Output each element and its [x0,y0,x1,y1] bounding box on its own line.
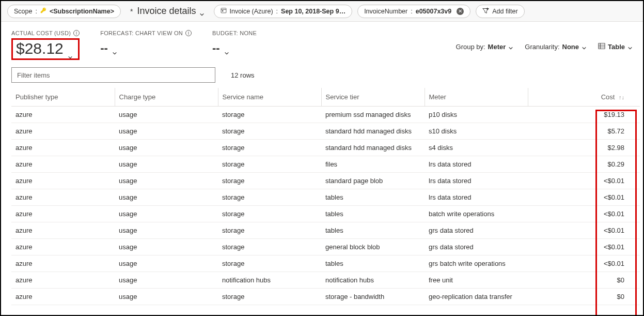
cell-charge: usage [115,123,218,140]
cell-service: storage [218,123,321,140]
cell-tier: standard hdd managed disks [321,140,425,156]
date-range-pill[interactable]: Invoice (Azure) : Sep 10, 2018-Sep 9… [214,5,353,18]
cell-service: storage [218,173,321,189]
col-service-tier[interactable]: Service tier [321,88,425,107]
actual-cost-label: ACTUAL COST (USD) i [11,30,80,36]
cell-meter: lrs data stored [425,189,528,206]
cell-tier: general block blob [321,239,425,255]
invoice-number-pill[interactable]: InvoiceNumber : e05007x3v9 ✕ [357,5,470,18]
budget-value[interactable]: -- [212,38,257,55]
view-name-dropdown[interactable]: * Invoice details [126,6,209,17]
cell-tier: standard page blob [321,173,425,189]
scope-pill[interactable]: Scope : <SubscriptionName> [7,5,121,18]
chevron-down-icon [199,9,205,14]
add-filter-icon [482,7,489,16]
cell-publisher: azure [11,123,115,140]
cell-tier: tables [321,189,425,206]
info-icon[interactable]: i [73,30,80,36]
cell-publisher: azure [11,140,115,156]
cell-tier: tables [321,222,425,239]
cell-cost: <$0.01 [528,189,640,206]
cell-service: storage [218,156,321,173]
col-meter[interactable]: Meter [425,88,528,107]
group-by-dropdown[interactable]: Group by: Meter [456,43,514,51]
cell-charge: usage [115,173,218,189]
date-range-pill-label: Invoice (Azure) [230,8,273,15]
table-row[interactable]: azureusagestoragefileslrs data stored$0.… [11,156,640,173]
cell-charge: usage [115,107,218,123]
invoice-number-pill-label: InvoiceNumber [364,8,407,15]
remove-filter-icon[interactable]: ✕ [457,8,464,15]
cell-publisher: azure [11,107,115,123]
cell-publisher: azure [11,156,115,173]
chevron-down-icon [508,44,513,50]
info-icon[interactable]: i [185,30,192,36]
chevron-down-icon [68,46,73,51]
table-row[interactable]: azureusagestoragetablesbatch write opera… [11,206,640,222]
table-row[interactable]: azureusagenotification hubsnotification … [11,272,640,289]
cell-charge: usage [115,206,218,222]
cell-publisher: azure [11,239,115,255]
forecast-label: FORECAST: CHART VIEW ON i [100,30,192,36]
add-filter-label: Add filter [492,8,517,15]
cell-charge: usage [115,239,218,255]
cell-charge: usage [115,289,218,305]
cell-cost: $5.72 [528,123,640,140]
table-row[interactable]: azureusagestoragetablesgrs data stored<$… [11,222,640,239]
forecast-value[interactable]: -- [100,38,192,55]
cell-meter: p10 disks [425,107,528,123]
granularity-dropdown[interactable]: Granularity: None [525,43,587,51]
col-cost[interactable]: Cost ↑↓ [528,88,640,107]
cell-service: storage [218,222,321,239]
summary-row: ACTUAL COST (USD) i $28.12 FORECAST: CHA… [1,22,643,64]
table-row[interactable]: azureusagestoragestandard hdd managed di… [11,123,640,140]
table-row[interactable]: azureusagestoragegeneral block blobgrs d… [11,239,640,255]
table-row[interactable]: azureusagestoragestandard page bloblrs d… [11,173,640,189]
table-row[interactable]: azureusagestoragepremium ssd managed dis… [11,107,640,123]
cell-tier: files [321,156,425,173]
table-row[interactable]: azureusagestoragestandard hdd managed di… [11,140,640,156]
add-filter-button[interactable]: Add filter [476,5,524,18]
cell-cost: <$0.01 [528,239,640,255]
col-service-name[interactable]: Service name [218,88,321,107]
budget-block: BUDGET: NONE -- [212,30,257,55]
cell-meter: lrs data stored [425,173,528,189]
cell-meter: free unit [425,272,528,289]
forecast-block: FORECAST: CHART VIEW ON i -- [100,30,192,55]
cell-cost: <$0.01 [528,173,640,189]
cell-cost: <$0.01 [528,222,640,239]
cell-meter: s10 disks [425,123,528,140]
col-charge-type[interactable]: Charge type [115,88,218,107]
chevron-down-icon [582,44,587,50]
table-icon [598,42,605,51]
date-range-pill-value: Sep 10, 2018-Sep 9… [281,8,345,15]
chevron-down-icon [112,46,117,51]
cell-service: storage [218,189,321,206]
cell-publisher: azure [11,173,115,189]
cell-charge: usage [115,140,218,156]
cell-tier: premium ssd managed disks [321,107,425,123]
actual-cost-highlight: $28.12 [11,38,80,60]
cell-cost: <$0.01 [528,206,640,222]
cost-analysis-page: Scope : <SubscriptionName> * Invoice det… [0,0,644,316]
invoice-number-pill-value: e05007x3v9 [416,8,452,15]
view-name-label: Invoice details [137,6,196,17]
actual-cost-value[interactable]: $28.12 [16,40,73,57]
cell-cost: <$0.01 [528,255,640,272]
filter-items-input[interactable] [11,67,215,83]
table-row[interactable]: azureusagestoragetablesgrs batch write o… [11,255,640,272]
table-row[interactable]: azureusagestoragetableslrs data stored<$… [11,189,640,206]
cell-charge: usage [115,255,218,272]
chevron-down-icon [224,46,229,51]
cell-tier: notification hubs [321,272,425,289]
cell-publisher: azure [11,189,115,206]
cell-publisher: azure [11,289,115,305]
cell-meter: geo-replication data transfer [425,289,528,305]
view-controls: Group by: Meter Granularity: None Table [456,30,633,51]
cell-service: storage [218,206,321,222]
table-row[interactable]: azureusagestoragestorage - bandwidthgeo-… [11,289,640,305]
svg-rect-0 [221,8,226,13]
view-mode-dropdown[interactable]: Table [598,42,633,51]
col-publisher-type[interactable]: Publisher type [11,88,115,107]
cell-meter: grs data stored [425,239,528,255]
